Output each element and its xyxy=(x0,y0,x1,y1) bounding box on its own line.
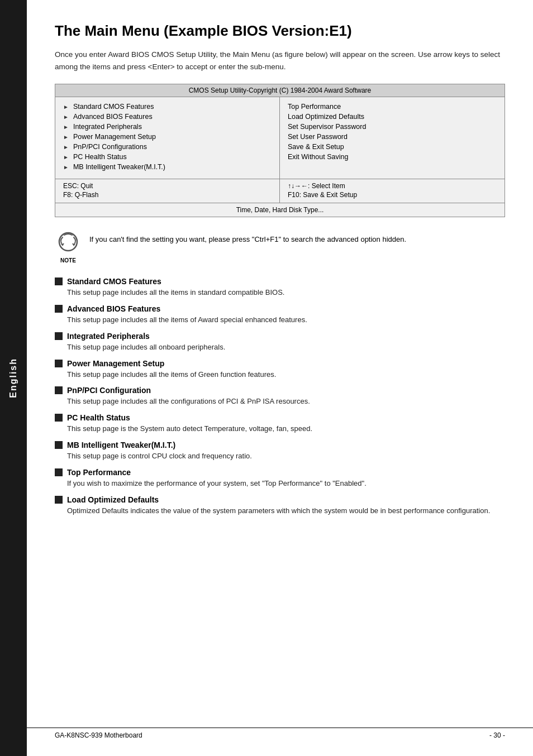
list-item: Standard CMOS Features This setup page i… xyxy=(55,277,505,299)
feature-desc: This setup page includes all onboard per… xyxy=(67,342,505,353)
bios-arrow-icon: ► xyxy=(63,144,69,150)
bios-right-column: Top PerformanceLoad Optimized DefaultsSe… xyxy=(280,97,505,179)
bios-body: ►Standard CMOS Features►Advanced BIOS Fe… xyxy=(55,97,505,179)
page-title: The Main Menu (Example BIOS Version:E1) xyxy=(55,22,505,40)
feature-title-row: Power Management Setup xyxy=(55,359,505,368)
bios-footer-right-item: ↑↓→←: Select Item xyxy=(288,182,497,190)
footer-right: - 30 - xyxy=(489,731,505,739)
main-content: The Main Menu (Example BIOS Version:E1) … xyxy=(27,0,533,550)
feature-title-row: Top Performance xyxy=(55,468,505,477)
page-footer: GA-K8NSC-939 Motherboard - 30 - xyxy=(27,728,533,739)
bullet-icon xyxy=(55,305,63,313)
list-item: MB Intelligent Tweaker(M.I.T.) This setu… xyxy=(55,441,505,462)
bios-arrow-icon: ► xyxy=(63,124,69,130)
feature-desc: Optimized Defaults indicates the value o… xyxy=(67,505,505,517)
bios-left-item: ►PnP/PCI Configurations xyxy=(63,143,272,151)
feature-title: Advanced BIOS Features xyxy=(67,304,160,313)
feature-title: Integrated Peripherals xyxy=(67,332,150,341)
feature-title-row: Standard CMOS Features xyxy=(55,277,505,286)
feature-title: PC Health Status xyxy=(67,413,130,422)
footer-left: GA-K8NSC-939 Motherboard xyxy=(55,731,142,739)
bullet-icon xyxy=(55,360,63,367)
feature-desc: This setup page is control CPU clock and… xyxy=(67,451,505,462)
bios-footer-right-item: F10: Save & Exit Setup xyxy=(288,191,497,199)
bios-left-item: ►PC Health Status xyxy=(63,153,272,161)
feature-title: Standard CMOS Features xyxy=(67,277,161,286)
feature-desc: If you wish to maximize the performance … xyxy=(67,478,505,490)
bios-right-item: Save & Exit Setup xyxy=(288,143,497,151)
note-label: NOTE xyxy=(55,257,82,264)
bios-right-item: Set User Password xyxy=(288,133,497,141)
feature-title: Power Management Setup xyxy=(67,359,164,368)
list-item: PnP/PCI Configuration This setup page in… xyxy=(55,386,505,408)
bios-screenshot-box: CMOS Setup Utility-Copyright (C) 1984-20… xyxy=(55,84,505,217)
feature-desc: This setup page is the System auto detec… xyxy=(67,423,505,435)
bios-left-item: ►Standard CMOS Features xyxy=(63,103,272,111)
feature-title-row: Advanced BIOS Features xyxy=(55,304,505,313)
bullet-icon xyxy=(55,441,63,449)
bullet-icon xyxy=(55,386,63,394)
bullet-icon xyxy=(55,414,63,422)
bios-arrow-icon: ► xyxy=(63,154,69,160)
bios-right-item: Load Optimized Defaults xyxy=(288,113,497,121)
bios-right-item: Exit Without Saving xyxy=(288,153,497,161)
bullet-icon xyxy=(55,277,63,285)
feature-title-row: PnP/PCI Configuration xyxy=(55,386,505,395)
list-item: Top Performance If you wish to maximize … xyxy=(55,468,505,490)
bios-right-item: Set Supervisor Password xyxy=(288,123,497,131)
list-item: Integrated Peripherals This setup page i… xyxy=(55,332,505,353)
feature-title-row: Load Optimized Defaults xyxy=(55,495,505,504)
svg-point-0 xyxy=(59,233,77,251)
feature-title: Top Performance xyxy=(67,468,131,477)
bios-footer: ESC: QuitF8: Q-Flash ↑↓→←: Select ItemF1… xyxy=(55,179,505,203)
intro-text: Once you enter Award BIOS CMOS Setup Uti… xyxy=(55,49,505,73)
note-icon-wrap: NOTE xyxy=(55,229,82,264)
bullet-icon xyxy=(55,332,63,340)
feature-title-row: PC Health Status xyxy=(55,413,505,422)
bios-bottom: Time, Date, Hard Disk Type... xyxy=(55,203,505,217)
list-item: Load Optimized Defaults Optimized Defaul… xyxy=(55,495,505,517)
list-item: PC Health Status This setup page is the … xyxy=(55,413,505,435)
feature-list: Standard CMOS Features This setup page i… xyxy=(55,277,505,516)
feature-title-row: Integrated Peripherals xyxy=(55,332,505,341)
bios-left-item: ►MB Intelligent Tweaker(M.I.T.) xyxy=(63,163,272,171)
sidebar: English xyxy=(0,0,27,756)
feature-title-row: MB Intelligent Tweaker(M.I.T.) xyxy=(55,441,505,449)
feature-desc: This setup page includes all the items o… xyxy=(67,369,505,381)
feature-title: PnP/PCI Configuration xyxy=(67,386,151,395)
list-item: Power Management Setup This setup page i… xyxy=(55,359,505,381)
bios-arrow-icon: ► xyxy=(63,114,69,120)
feature-desc: This setup page includes all the items o… xyxy=(67,314,505,326)
bios-arrow-icon: ► xyxy=(63,104,69,110)
feature-desc: This setup page includes all the items i… xyxy=(67,287,505,299)
note-text: If you can't find the setting you want, … xyxy=(89,229,406,246)
bios-arrow-icon: ► xyxy=(63,164,69,170)
bios-header: CMOS Setup Utility-Copyright (C) 1984-20… xyxy=(55,84,505,97)
bios-footer-left-item: F8: Q-Flash xyxy=(63,191,272,199)
bios-left-item: ►Power Management Setup xyxy=(63,133,272,141)
feature-desc: This setup page includes all the configu… xyxy=(67,396,505,408)
bios-footer-right: ↑↓→←: Select ItemF10: Save & Exit Setup xyxy=(280,179,505,203)
sidebar-label: English xyxy=(8,358,18,398)
bios-footer-left-item: ESC: Quit xyxy=(63,182,272,190)
note-icon xyxy=(55,229,82,256)
feature-title: Load Optimized Defaults xyxy=(67,495,159,504)
bios-footer-left: ESC: QuitF8: Q-Flash xyxy=(55,179,280,203)
bios-left-item: ►Advanced BIOS Features xyxy=(63,113,272,121)
note-box: NOTE If you can't find the setting you w… xyxy=(55,229,505,264)
bios-left-item: ►Integrated Peripherals xyxy=(63,123,272,131)
feature-title: MB Intelligent Tweaker(M.I.T.) xyxy=(67,441,175,449)
bios-arrow-icon: ► xyxy=(63,134,69,140)
bullet-icon xyxy=(55,468,63,476)
bullet-icon xyxy=(55,496,63,504)
list-item: Advanced BIOS Features This setup page i… xyxy=(55,304,505,326)
bios-right-item: Top Performance xyxy=(288,103,497,111)
bios-left-column: ►Standard CMOS Features►Advanced BIOS Fe… xyxy=(55,97,280,179)
